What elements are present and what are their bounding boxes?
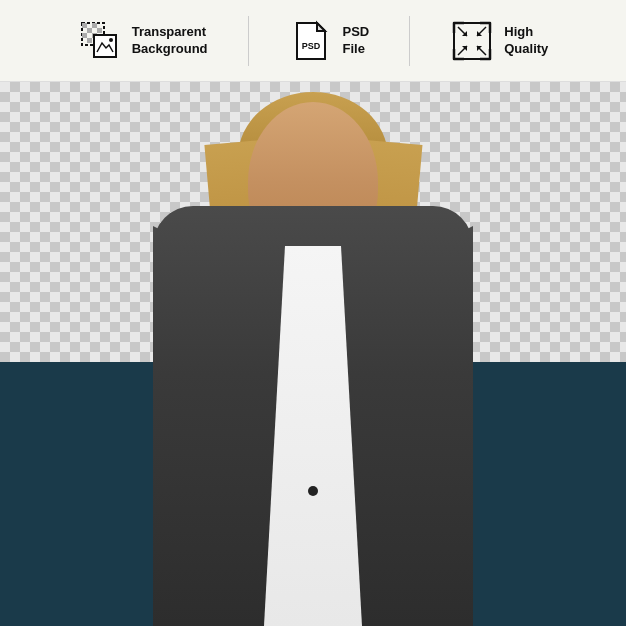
psd-file-item: PSD PSD File (289, 19, 370, 63)
divider-2 (409, 16, 410, 66)
transparent-bg-icon (78, 19, 122, 63)
svg-rect-1 (82, 23, 87, 28)
psd-icon: PSD (289, 19, 333, 63)
svg-rect-5 (82, 33, 87, 38)
person-container (103, 82, 523, 626)
transparent-bg-item: Transparent Background (78, 19, 208, 63)
main-image-area (0, 82, 626, 626)
svg-rect-2 (92, 23, 97, 28)
person-figure (133, 82, 493, 626)
divider-1 (248, 16, 249, 66)
psd-file-label: PSD File (343, 24, 370, 58)
svg-point-10 (109, 38, 113, 42)
svg-rect-4 (97, 28, 102, 33)
high-quality-icon (450, 19, 494, 63)
high-quality-label: High Quality (504, 24, 548, 58)
svg-text:PSD: PSD (301, 41, 320, 51)
svg-rect-3 (87, 28, 92, 33)
transparent-bg-label: Transparent Background (132, 24, 208, 58)
header-bar: Transparent Background PSD PSD File (0, 0, 626, 82)
high-quality-item: High Quality (450, 19, 548, 63)
suit-button (308, 486, 318, 496)
svg-rect-7 (87, 38, 92, 43)
